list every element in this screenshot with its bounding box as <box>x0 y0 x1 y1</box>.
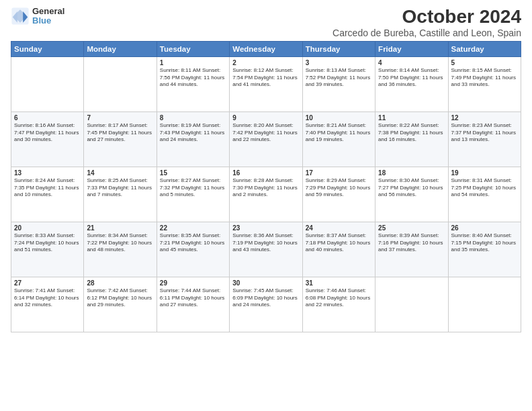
weekday-header-row: SundayMondayTuesdayWednesdayThursdayFrid… <box>11 41 521 56</box>
day-content: Sunrise: 8:35 AM Sunset: 7:21 PM Dayligh… <box>160 232 226 254</box>
logo-icon <box>11 7 30 26</box>
calendar-cell: 18Sunrise: 8:30 AM Sunset: 7:27 PM Dayli… <box>375 167 448 222</box>
calendar-cell: 11Sunrise: 8:22 AM Sunset: 7:38 PM Dayli… <box>375 111 448 167</box>
calendar-cell: 24Sunrise: 8:37 AM Sunset: 7:18 PM Dayli… <box>302 222 375 277</box>
day-number: 8 <box>160 114 226 122</box>
calendar-week-row: 27Sunrise: 7:41 AM Sunset: 6:14 PM Dayli… <box>11 277 521 332</box>
day-number: 22 <box>160 224 226 232</box>
calendar-cell: 17Sunrise: 8:29 AM Sunset: 7:29 PM Dayli… <box>302 167 375 222</box>
day-number: 27 <box>14 279 81 287</box>
day-content: Sunrise: 8:16 AM Sunset: 7:47 PM Dayligh… <box>14 122 81 144</box>
calendar-cell: 28Sunrise: 7:42 AM Sunset: 6:12 PM Dayli… <box>84 277 157 332</box>
calendar-cell: 8Sunrise: 8:19 AM Sunset: 7:43 PM Daylig… <box>157 111 229 167</box>
day-number: 17 <box>306 169 372 177</box>
calendar-cell: 4Sunrise: 8:14 AM Sunset: 7:50 PM Daylig… <box>375 56 448 111</box>
calendar-cell: 14Sunrise: 8:25 AM Sunset: 7:33 PM Dayli… <box>84 167 157 222</box>
day-number: 23 <box>232 224 299 232</box>
calendar-cell: 2Sunrise: 8:12 AM Sunset: 7:54 PM Daylig… <box>230 56 302 111</box>
day-number: 30 <box>232 279 299 287</box>
day-number: 14 <box>87 169 153 177</box>
calendar-week-row: 6Sunrise: 8:16 AM Sunset: 7:47 PM Daylig… <box>11 111 521 167</box>
calendar-cell: 10Sunrise: 8:21 AM Sunset: 7:40 PM Dayli… <box>302 111 375 167</box>
day-content: Sunrise: 8:31 AM Sunset: 7:25 PM Dayligh… <box>451 177 518 199</box>
day-number: 11 <box>378 114 445 122</box>
day-content: Sunrise: 8:33 AM Sunset: 7:24 PM Dayligh… <box>14 232 81 254</box>
day-content: Sunrise: 8:13 AM Sunset: 7:52 PM Dayligh… <box>306 67 372 89</box>
day-number: 3 <box>306 59 372 66</box>
calendar-cell: 7Sunrise: 8:17 AM Sunset: 7:45 PM Daylig… <box>84 111 157 167</box>
calendar-cell: 20Sunrise: 8:33 AM Sunset: 7:24 PM Dayli… <box>11 222 84 277</box>
day-content: Sunrise: 8:20 AM Sunset: 7:42 PM Dayligh… <box>232 122 299 144</box>
weekday-header: Tuesday <box>157 41 229 56</box>
calendar-week-row: 20Sunrise: 8:33 AM Sunset: 7:24 PM Dayli… <box>11 222 521 277</box>
calendar-cell: 21Sunrise: 8:34 AM Sunset: 7:22 PM Dayli… <box>84 222 157 277</box>
calendar-cell: 15Sunrise: 8:27 AM Sunset: 7:32 PM Dayli… <box>157 167 229 222</box>
day-content: Sunrise: 8:22 AM Sunset: 7:38 PM Dayligh… <box>378 122 445 144</box>
calendar-cell <box>11 56 84 111</box>
day-content: Sunrise: 8:15 AM Sunset: 7:49 PM Dayligh… <box>451 67 518 89</box>
day-number: 15 <box>160 169 226 177</box>
calendar-cell: 5Sunrise: 8:15 AM Sunset: 7:49 PM Daylig… <box>448 56 521 111</box>
weekday-header: Monday <box>84 41 157 56</box>
calendar-cell: 26Sunrise: 8:40 AM Sunset: 7:15 PM Dayli… <box>448 222 521 277</box>
day-content: Sunrise: 8:23 AM Sunset: 7:37 PM Dayligh… <box>451 122 518 144</box>
day-content: Sunrise: 8:21 AM Sunset: 7:40 PM Dayligh… <box>306 122 372 144</box>
day-number: 9 <box>232 114 299 122</box>
logo: General Blue <box>11 7 64 26</box>
day-content: Sunrise: 7:45 AM Sunset: 6:09 PM Dayligh… <box>232 287 299 309</box>
day-number: 29 <box>160 279 226 287</box>
logo-text: General Blue <box>32 7 64 26</box>
calendar-title: October 2024 <box>332 7 521 28</box>
day-number: 1 <box>160 59 226 66</box>
logo-line1: General <box>32 7 64 16</box>
calendar-cell: 27Sunrise: 7:41 AM Sunset: 6:14 PM Dayli… <box>11 277 84 332</box>
day-content: Sunrise: 8:28 AM Sunset: 7:30 PM Dayligh… <box>232 177 299 199</box>
day-content: Sunrise: 8:12 AM Sunset: 7:54 PM Dayligh… <box>232 67 299 89</box>
day-number: 24 <box>306 224 372 232</box>
header: General Blue October 2024 Carcedo de Bur… <box>11 7 521 38</box>
calendar-cell: 31Sunrise: 7:46 AM Sunset: 6:08 PM Dayli… <box>302 277 375 332</box>
weekday-header: Wednesday <box>230 41 302 56</box>
day-content: Sunrise: 8:30 AM Sunset: 7:27 PM Dayligh… <box>378 177 445 199</box>
day-content: Sunrise: 8:17 AM Sunset: 7:45 PM Dayligh… <box>87 122 153 144</box>
day-content: Sunrise: 8:39 AM Sunset: 7:16 PM Dayligh… <box>378 232 445 254</box>
day-number: 31 <box>306 279 372 287</box>
day-number: 7 <box>87 114 153 122</box>
day-number: 5 <box>451 59 518 66</box>
day-number: 2 <box>232 59 299 66</box>
calendar-cell: 12Sunrise: 8:23 AM Sunset: 7:37 PM Dayli… <box>448 111 521 167</box>
weekday-header: Friday <box>375 41 448 56</box>
day-content: Sunrise: 7:46 AM Sunset: 6:08 PM Dayligh… <box>306 287 372 309</box>
calendar-week-row: 1Sunrise: 8:11 AM Sunset: 7:56 PM Daylig… <box>11 56 521 111</box>
calendar-cell <box>448 277 521 332</box>
day-content: Sunrise: 8:24 AM Sunset: 7:35 PM Dayligh… <box>14 177 81 199</box>
day-number: 26 <box>451 224 518 232</box>
day-content: Sunrise: 8:36 AM Sunset: 7:19 PM Dayligh… <box>232 232 299 254</box>
calendar-table: SundayMondayTuesdayWednesdayThursdayFrid… <box>11 41 521 332</box>
calendar-cell: 22Sunrise: 8:35 AM Sunset: 7:21 PM Dayli… <box>157 222 229 277</box>
calendar-cell: 9Sunrise: 8:20 AM Sunset: 7:42 PM Daylig… <box>230 111 302 167</box>
day-number: 13 <box>14 169 81 177</box>
calendar-subtitle: Carcedo de Bureba, Castille and Leon, Sp… <box>332 28 521 38</box>
weekday-header: Saturday <box>448 41 521 56</box>
day-number: 19 <box>451 169 518 177</box>
page: General Blue October 2024 Carcedo de Bur… <box>0 0 532 411</box>
calendar-cell: 29Sunrise: 7:44 AM Sunset: 6:11 PM Dayli… <box>157 277 229 332</box>
calendar-cell: 19Sunrise: 8:31 AM Sunset: 7:25 PM Dayli… <box>448 167 521 222</box>
day-content: Sunrise: 8:29 AM Sunset: 7:29 PM Dayligh… <box>306 177 372 199</box>
day-number: 25 <box>378 224 445 232</box>
weekday-header: Thursday <box>302 41 375 56</box>
day-content: Sunrise: 8:19 AM Sunset: 7:43 PM Dayligh… <box>160 122 226 144</box>
day-number: 28 <box>87 279 153 287</box>
title-block: October 2024 Carcedo de Bureba, Castille… <box>332 7 521 38</box>
day-content: Sunrise: 8:25 AM Sunset: 7:33 PM Dayligh… <box>87 177 153 199</box>
day-content: Sunrise: 8:34 AM Sunset: 7:22 PM Dayligh… <box>87 232 153 254</box>
day-number: 10 <box>306 114 372 122</box>
day-content: Sunrise: 7:42 AM Sunset: 6:12 PM Dayligh… <box>87 287 153 309</box>
day-number: 21 <box>87 224 153 232</box>
day-number: 18 <box>378 169 445 177</box>
day-number: 20 <box>14 224 81 232</box>
day-number: 12 <box>451 114 518 122</box>
calendar-cell: 3Sunrise: 8:13 AM Sunset: 7:52 PM Daylig… <box>302 56 375 111</box>
calendar-cell <box>375 277 448 332</box>
